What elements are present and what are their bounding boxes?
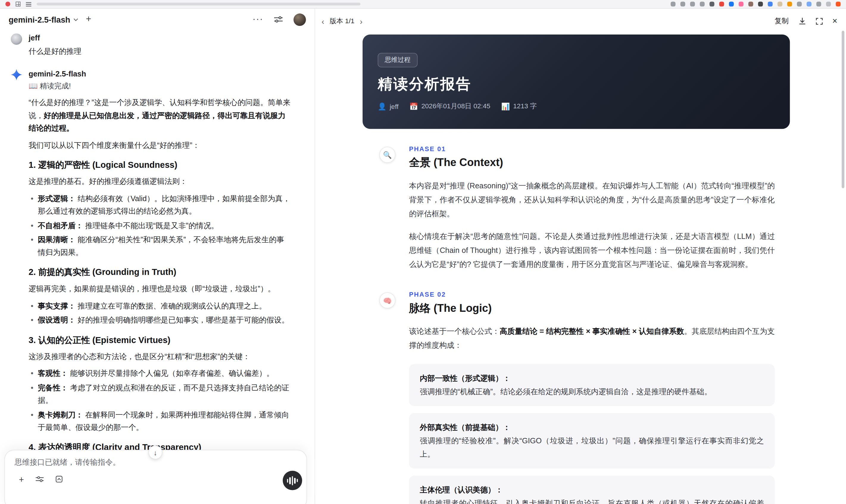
bullet-item: 不自相矛盾： 推理链条中不能出现“既是又非”的情况。 xyxy=(29,219,291,232)
bullet-list-1: 形式逻辑： 结构必须有效（Valid）。比如演绎推理中，如果前提全部为真，那么通… xyxy=(29,192,291,259)
download-button[interactable] xyxy=(798,17,806,25)
bullet-list-3: 客观性： 能够识别并尽量排除个人偏见（如幸存者偏差、确认偏差）。 完备性： 考虑… xyxy=(29,367,291,434)
clipped-tab-title xyxy=(37,3,360,5)
extension-icon[interactable] xyxy=(739,1,743,6)
section-desc-1: 这是推理的基石。好的推理必须遵循逻辑法则： xyxy=(29,175,291,188)
meta-author: jeff xyxy=(390,103,399,110)
bullet-term: 形式逻辑： xyxy=(38,194,76,203)
more-options-button[interactable]: ··· xyxy=(252,17,263,22)
card-text: 强调推理的“机械正确”。结论必须在给定的规则系统内逻辑自洽，这是推理的硬件基础。 xyxy=(420,387,712,396)
phase-label: PHASE 02 xyxy=(409,291,775,298)
phase-section-2: 🧠 PHASE 02 脉络 (The Logic) 该论述基于一个核心公式：高质… xyxy=(315,291,846,504)
section-desc-2: 逻辑再完美，如果前提是错误的，推理也是垃圾（即“垃圾进，垃圾出”）。 xyxy=(29,283,291,295)
bullet-term: 假设透明： xyxy=(38,316,76,324)
calendar-icon: 📅 xyxy=(409,102,418,110)
copy-button[interactable]: 复制 xyxy=(775,16,789,26)
bullet-text: 推理建立在可靠的数据、准确的观测或公认的真理之上。 xyxy=(78,301,266,310)
close-button[interactable]: × xyxy=(832,17,838,25)
chat-header: gemini-2.5-flash + ··· xyxy=(0,8,315,30)
assistant-message: gemini-2.5-flash 📖 精读完成! “什么是好的推理？”这是一个涉… xyxy=(6,68,305,489)
fullscreen-button[interactable] xyxy=(816,18,823,25)
model-selector[interactable]: gemini-2.5-flash xyxy=(8,15,78,24)
assistant-markdown: “什么是好的推理？”这是一个涉及逻辑学、认知科学和哲学核心的问题。简单来说，好的… xyxy=(29,96,291,487)
menu-icon[interactable] xyxy=(26,2,31,6)
bullet-text: 结构必须有效（Valid）。比如演绎推理中，如果前提全部为真，那么通过有效的逻辑… xyxy=(38,194,290,215)
extension-icon[interactable] xyxy=(777,1,782,6)
tools-button[interactable] xyxy=(36,476,44,484)
bullet-term: 事实支撑： xyxy=(38,301,76,310)
version-prev-button[interactable]: ‹ xyxy=(321,16,324,25)
waveform-icon xyxy=(289,477,291,484)
account-avatar[interactable] xyxy=(294,13,306,25)
meta-wordcount: 1213 字 xyxy=(513,102,537,111)
attach-button[interactable]: + xyxy=(19,476,24,484)
book-icon: 📖 xyxy=(29,82,38,90)
report-meta: 👤jeff 📅2026年01月08日 02:45 📊1213 字 xyxy=(378,102,775,111)
waveform-icon xyxy=(292,476,293,485)
arrow-down-icon: ↓ xyxy=(154,448,157,456)
phase-section-1: 🔍 PHASE 01 全景 (The Context) 本内容是对“推理 (Re… xyxy=(315,145,846,271)
bullet-text: 推理链条中不能出现“既是又非”的情况。 xyxy=(85,221,218,229)
card-title: 外部真实性（前提基础）： xyxy=(420,421,764,434)
bullet-text: 好的推理会明确指明哪些是已知事实，哪些是基于可能的假设。 xyxy=(78,316,289,324)
read-status-text: 精读完成! xyxy=(40,82,71,90)
section-heading-3: 3. 认知的公正性 (Epistemic Virtues) xyxy=(29,334,291,346)
bullet-item: 奥卡姆剃刀： 在解释同一个现象时，如果两种推理都能站得住脚，通常倾向于最简单、假… xyxy=(29,409,291,434)
read-status: 📖 精读完成! xyxy=(29,80,291,92)
voice-input-button[interactable] xyxy=(283,471,302,490)
bullet-text: 能够识别并尽量排除个人偏见（如幸存者偏差、确认偏差）。 xyxy=(70,369,274,378)
extension-icon[interactable] xyxy=(797,1,801,6)
extension-icon[interactable] xyxy=(671,1,675,6)
phase1-paragraph-2: 核心情境在于解决“思考的随意性”问题。不论是人类通过批判性思维进行决策，还是大语… xyxy=(409,229,775,271)
extension-icon[interactable] xyxy=(690,1,695,6)
apps-grid-icon[interactable] xyxy=(16,1,20,6)
bullet-term: 不自相矛盾： xyxy=(38,221,83,229)
chart-icon: 📊 xyxy=(501,102,510,110)
new-chat-button[interactable]: + xyxy=(86,14,91,25)
dimension-cards: 内部一致性（形式逻辑）： 强调推理的“机械正确”。结论必须在给定的规则系统内逻辑… xyxy=(409,364,775,504)
bullet-item: 因果清晰： 能准确区分“相关性”和“因果关系”，不会轻率地将先后发生的事情归为因… xyxy=(29,234,291,259)
bullet-term: 完备性： xyxy=(38,383,68,392)
composer-input[interactable] xyxy=(15,458,274,467)
formula-pre: 该论述基于一个核心公式： xyxy=(409,327,500,335)
section-heading-2: 2. 前提的真实性 (Grounding in Truth) xyxy=(29,266,291,278)
user-message-text: 什么是好的推理 xyxy=(29,44,291,58)
extension-icon[interactable] xyxy=(787,1,792,6)
model-name: gemini-2.5-flash xyxy=(8,15,70,24)
extension-icon[interactable] xyxy=(748,1,753,6)
main-area: gemini-2.5-flash + ··· jeff xyxy=(0,8,846,504)
settings-sliders-button[interactable] xyxy=(274,16,283,23)
bullet-item: 事实支撑： 推理建立在可靠的数据、准确的观测或公认的真理之上。 xyxy=(29,300,291,312)
extension-icon[interactable] xyxy=(719,1,724,6)
scroll-to-bottom-button[interactable]: ↓ xyxy=(148,445,162,460)
extension-icon[interactable] xyxy=(826,1,831,6)
extension-icon[interactable] xyxy=(807,1,811,6)
dimension-card-3: 主体伦理（认识美德）： 转向推理者的心理特征。引入奥卡姆剃刀和反向论证，旨在克服… xyxy=(409,476,775,504)
canvas-button[interactable] xyxy=(56,476,63,484)
bullet-item: 客观性： 能够识别并尽量排除个人偏见（如幸存者偏差、确认偏差）。 xyxy=(29,367,291,380)
screen: gemini-2.5-flash + ··· jeff xyxy=(0,0,846,504)
gemini-logo-icon xyxy=(11,69,22,80)
chat-messages[interactable]: jeff 什么是好的推理 gemini-2.5-flash xyxy=(0,30,315,504)
waveform-icon xyxy=(287,479,288,483)
extension-icon[interactable] xyxy=(709,1,714,6)
meta-date: 2026年01月08日 02:45 xyxy=(421,102,490,111)
phase-label: PHASE 01 xyxy=(409,145,775,152)
search-icon: 🔍 xyxy=(379,147,395,163)
window-close-button[interactable] xyxy=(5,1,10,6)
artifact-panel: ‹ 版本 1/1 › 复制 × 思维过程 精读分析 xyxy=(315,8,846,504)
extension-icon[interactable] xyxy=(681,1,685,6)
artifact-scrollbar[interactable] xyxy=(842,31,845,188)
extension-icon[interactable] xyxy=(700,1,705,6)
bullet-term: 因果清晰： xyxy=(38,235,76,244)
card-title: 主体伦理（认识美德）： xyxy=(420,483,764,497)
report-title: 精读分析报告 xyxy=(378,74,775,94)
version-next-button[interactable]: › xyxy=(360,16,363,25)
extension-icon[interactable] xyxy=(758,1,763,6)
extension-icon[interactable] xyxy=(816,1,821,6)
bullet-term: 客观性： xyxy=(38,369,68,378)
extension-icon[interactable] xyxy=(768,1,773,6)
extension-icon[interactable] xyxy=(836,1,841,6)
extension-icon[interactable] xyxy=(729,1,734,6)
chevron-down-icon xyxy=(73,17,78,22)
